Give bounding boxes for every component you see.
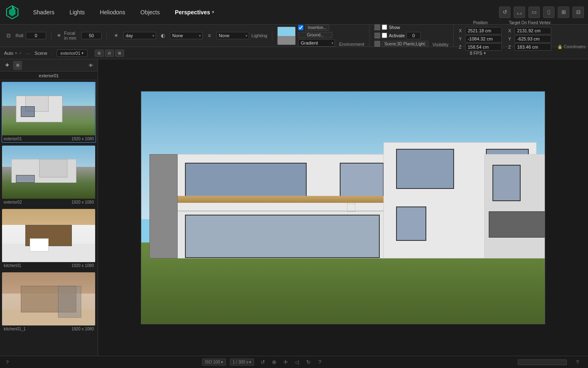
menu-item-objects[interactable]: Objects <box>134 6 166 19</box>
sky-icon: ◐ <box>158 31 167 40</box>
pos-y-input[interactable] <box>465 35 502 43</box>
zoom-btn[interactable]: ⊕ <box>270 358 278 367</box>
activate-checkbox[interactable] <box>382 33 387 38</box>
env-row-1: Insertion... <box>298 25 335 31</box>
status-help-icon[interactable]: ? <box>573 358 582 367</box>
environment-preview <box>277 27 296 45</box>
upper-window-small <box>340 163 384 199</box>
show-label: Show <box>389 25 400 30</box>
auto-label: Auto <box>4 51 13 56</box>
environment-group: Insertion... Ground... Gradient Solid En… <box>277 25 370 47</box>
save-layout-icon[interactable]: ⊞ <box>558 7 569 18</box>
scene-selector[interactable]: Scene <box>35 51 47 56</box>
menu-bar-right: ↺ ⌞⌟ ▭ ⌷ ⊞ ⊟ <box>499 7 584 18</box>
pan-btn[interactable]: ✛ <box>281 358 290 367</box>
ground-btn[interactable]: Ground... <box>298 32 332 38</box>
perspective-item-kitchen01-1[interactable]: kitchen01_1 1920 x 1080 <box>2 272 96 333</box>
view-grid-icon-3[interactable]: ⊠ <box>115 49 124 57</box>
fps-value: 8 FPS <box>470 51 482 56</box>
status-bar: ? ISO 100 ▾ 1 / 300 s ▾ ↺ ⊕ ✛ ◁ ↻ ? ? <box>0 356 588 368</box>
focal-icon: ☀ <box>56 31 62 40</box>
roll-input[interactable] <box>26 32 46 39</box>
perspective-item-exterior01[interactable]: exterior01 1920 x 1080 <box>2 82 96 143</box>
view-grid-icon-2[interactable]: ⊟ <box>105 49 114 57</box>
target-z-input[interactable] <box>514 43 551 51</box>
selection-box <box>347 204 355 212</box>
view-icons: ⊞ ⊟ ⊠ <box>95 49 124 57</box>
menu-item-lights[interactable]: Lights <box>63 6 91 19</box>
sun-preset-wrapper: day sunset night <box>123 32 156 39</box>
ground-icon: ≡ <box>205 31 214 40</box>
thumb-res-exterior02: 1920 x 1080 <box>71 200 94 204</box>
insertion-btn[interactable]: Insertion... <box>305 25 329 31</box>
frame-view-icon[interactable]: ⌞⌟ <box>514 7 525 18</box>
shutter-label: 1 / 300 s <box>233 360 248 364</box>
visibility-group: Show Activate Scene;3D Plants;Light; Vis… <box>374 25 454 47</box>
monitor-icon[interactable]: ▭ <box>528 7 540 18</box>
menu-item-shaders[interactable]: Shaders <box>27 6 61 19</box>
thumb-res-exterior01: 1920 x 1080 <box>71 137 94 141</box>
sky-preset-select[interactable]: None Clear Cloudy <box>170 32 203 39</box>
left-wall <box>149 154 178 259</box>
pos-z-input[interactable] <box>465 43 502 51</box>
far-right-window-lower <box>489 211 545 237</box>
target-y-input[interactable] <box>514 35 551 43</box>
perspective-item-exterior02[interactable]: exterior02 1920 x 1080 <box>2 145 96 206</box>
iso-btn[interactable]: ISO 100 ▾ <box>202 359 226 366</box>
sidebar: ✚ ⊕ 👁 exterior01 exterior01 <box>0 59 98 356</box>
activate-label: Activate <box>389 33 405 38</box>
thumb-exterior01 <box>2 82 95 135</box>
target-x-input[interactable] <box>514 27 551 34</box>
undo-btn[interactable]: ↺ <box>258 358 267 367</box>
target-z-row: Z <box>508 43 551 51</box>
camera-settings-icon[interactable]: ⌷ <box>543 7 555 18</box>
target-y-label: Y <box>508 36 513 41</box>
gradient-select[interactable]: Gradient Solid <box>298 39 335 47</box>
settings-bar: ⊡ Roll ☀ Focal in mm ☀ day sunset night … <box>0 25 588 47</box>
ground-preset-wrapper: None Grass Concrete <box>216 32 249 39</box>
camera-selector[interactable]: exterior01 ▾ <box>57 49 87 57</box>
auto-item[interactable]: Auto ▾ ✓ <box>4 51 22 56</box>
sidebar-toolbar: ✚ ⊕ 👁 <box>0 59 98 72</box>
reset-view-icon[interactable]: ↺ <box>499 7 510 18</box>
focal-input[interactable] <box>81 32 102 39</box>
sun-preset-select[interactable]: day sunset night <box>123 32 156 39</box>
help-btn[interactable]: ? <box>315 358 324 367</box>
activate-value[interactable] <box>406 32 421 39</box>
ground-preset-select[interactable]: None Grass Concrete <box>216 32 249 39</box>
env-checkbox[interactable] <box>298 25 303 30</box>
menu-item-perspectives[interactable]: Perspectives ▾ <box>168 6 220 19</box>
menu-item-heliodons[interactable]: Heliodons <box>94 6 132 19</box>
thumb-res-kitchen01: 1920 x 1080 <box>71 263 94 268</box>
shutter-btn[interactable]: 1 / 300 s ▾ <box>230 359 254 366</box>
sun-icon: ☀ <box>112 31 121 40</box>
lighting-group: ☀ day sunset night ◐ None Clear Cloudy ≡… <box>112 31 273 40</box>
layout-options-icon[interactable]: ⊟ <box>572 7 584 18</box>
thumb-label-kitchen01: kitchen01 1920 x 1080 <box>2 262 96 269</box>
vis-grid-icon <box>374 25 380 30</box>
scene-visibility-btn[interactable]: Scene;3D Plants;Light; <box>382 41 428 47</box>
eye-toggle-btn[interactable]: 👁 <box>86 61 95 70</box>
env-row-2: Ground... <box>298 32 335 38</box>
app-logo[interactable] <box>4 4 20 20</box>
main-content: ✚ ⊕ 👁 exterior01 exterior01 <box>0 59 588 356</box>
back-btn[interactable]: ◁ <box>292 358 301 367</box>
vis-section: Show Activate Scene;3D Plants;Light; <box>374 25 428 47</box>
fps-dropdown-arrow: ▾ <box>484 51 486 55</box>
glass-facade-lower <box>185 215 379 258</box>
pos-y-label: Y <box>459 36 463 41</box>
pos-z-row: Z <box>459 43 502 51</box>
clone-perspective-btn[interactable]: ⊕ <box>13 61 22 70</box>
camera-icon[interactable]: ⊡ <box>4 31 13 40</box>
environment-label: Environment <box>339 42 364 47</box>
show-checkbox[interactable] <box>382 25 387 30</box>
view-grid-icon-1[interactable]: ⊞ <box>95 49 104 57</box>
canopy <box>174 196 395 203</box>
pos-x-input[interactable] <box>465 27 502 34</box>
redo-btn[interactable]: ↻ <box>304 358 313 367</box>
target-z-label: Z <box>508 45 513 49</box>
perspective-item-kitchen01[interactable]: kitchen01 1920 x 1080 <box>2 209 96 269</box>
add-perspective-btn[interactable]: ✚ <box>2 61 11 70</box>
right-window-upper-1 <box>396 149 454 189</box>
viewport[interactable] <box>98 59 588 356</box>
